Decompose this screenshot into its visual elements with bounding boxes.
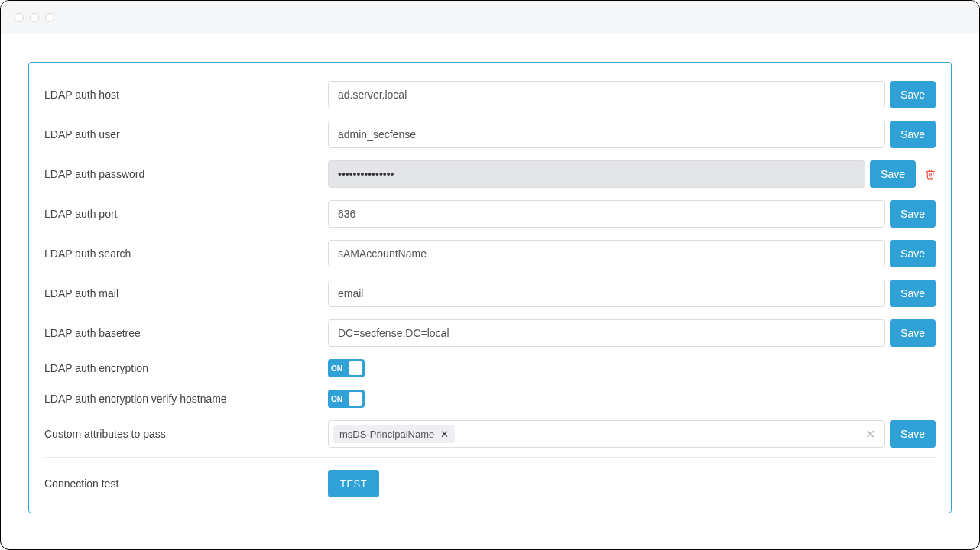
window-titlebar — [1, 1, 979, 34]
window-close-dot[interactable] — [15, 13, 24, 22]
save-port-button[interactable]: Save — [890, 200, 936, 228]
input-user[interactable] — [328, 121, 885, 148]
save-custom-attrs-button[interactable]: Save — [890, 420, 936, 448]
row-host: LDAP auth host Save — [44, 81, 936, 108]
tag-remove-icon[interactable]: ✕ — [440, 429, 449, 440]
tag-attr: msDS-PrincipalName ✕ — [333, 425, 455, 443]
window-minimize-dot[interactable] — [30, 13, 39, 22]
save-search-button[interactable]: Save — [890, 240, 936, 267]
save-user-button[interactable]: Save — [890, 121, 936, 148]
label-verify-hostname: LDAP auth encryption verify hostname — [44, 393, 328, 405]
input-search[interactable] — [328, 240, 885, 267]
clear-tags-icon[interactable]: ✕ — [862, 427, 878, 442]
app-window: LDAP auth host Save LDAP auth user Save … — [0, 0, 980, 550]
save-mail-button[interactable]: Save — [890, 280, 936, 307]
input-password[interactable] — [328, 160, 865, 188]
save-host-button[interactable]: Save — [890, 81, 936, 108]
toggle-on-label: ON — [331, 364, 342, 373]
trash-icon[interactable] — [925, 168, 936, 180]
label-encryption: LDAP auth encryption — [44, 362, 328, 374]
row-encryption: LDAP auth encryption ON — [44, 359, 936, 377]
toggle-knob — [349, 392, 362, 406]
row-user: LDAP auth user Save — [44, 121, 936, 148]
input-host[interactable] — [328, 81, 885, 108]
toggle-verify-hostname[interactable]: ON — [328, 390, 365, 408]
label-custom-attrs: Custom attributes to pass — [44, 428, 328, 440]
label-mail: LDAP auth mail — [44, 287, 328, 299]
row-search: LDAP auth search Save — [44, 240, 936, 267]
row-mail: LDAP auth mail Save — [44, 280, 936, 307]
label-search: LDAP auth search — [44, 247, 328, 260]
row-password: LDAP auth password Save — [44, 160, 936, 188]
window-zoom-dot[interactable] — [45, 13, 54, 22]
label-host: LDAP auth host — [44, 89, 328, 101]
toggle-knob — [349, 361, 362, 375]
row-custom-attrs: Custom attributes to pass msDS-Principal… — [44, 420, 936, 448]
input-basetree[interactable] — [328, 319, 885, 347]
label-user: LDAP auth user — [44, 128, 328, 141]
save-basetree-button[interactable]: Save — [890, 319, 936, 347]
save-password-button[interactable]: Save — [870, 160, 916, 188]
toggle-on-label: ON — [331, 395, 342, 403]
tag-text: msDS-PrincipalName — [339, 429, 434, 440]
content-area: LDAP auth host Save LDAP auth user Save … — [1, 34, 979, 532]
input-mail[interactable] — [328, 280, 885, 307]
row-verify-hostname: LDAP auth encryption verify hostname ON — [44, 390, 936, 408]
label-password: LDAP auth password — [44, 168, 328, 180]
toggle-encryption[interactable]: ON — [328, 359, 365, 377]
label-connection-test: Connection test — [44, 477, 328, 490]
section-divider — [44, 457, 936, 458]
ldap-settings-panel: LDAP auth host Save LDAP auth user Save … — [28, 62, 952, 513]
row-connection-test: Connection test TEST — [44, 470, 936, 497]
test-button[interactable]: TEST — [328, 470, 379, 497]
label-port: LDAP auth port — [44, 208, 328, 220]
input-port[interactable] — [328, 200, 885, 228]
row-basetree: LDAP auth basetree Save — [44, 319, 936, 347]
input-custom-attrs[interactable]: msDS-PrincipalName ✕ ✕ — [328, 420, 885, 448]
label-basetree: LDAP auth basetree — [44, 327, 328, 339]
row-port: LDAP auth port Save — [44, 200, 936, 228]
